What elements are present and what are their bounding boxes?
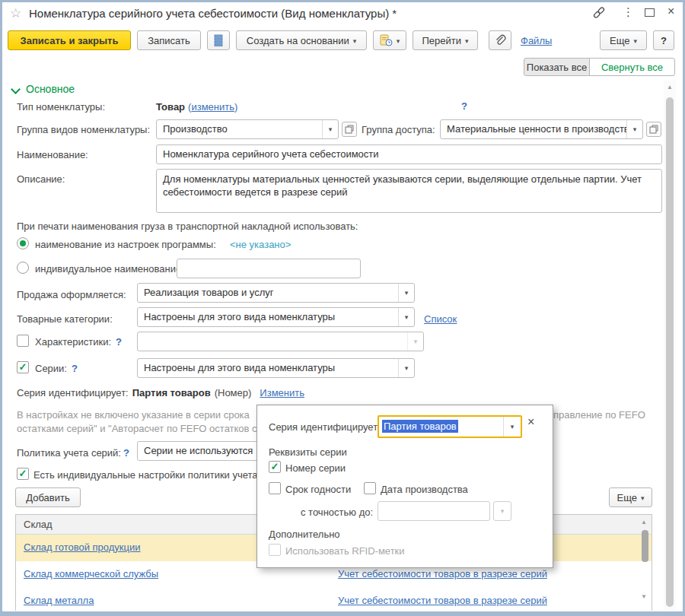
rfid-label: Использовать RFID-метки (285, 545, 405, 557)
radio-program-label[interactable]: наименование из настроек программы: (35, 239, 216, 250)
help-icon[interactable]: ? (461, 100, 467, 112)
type-value: Товар (156, 101, 185, 113)
policy-link[interactable]: Учет себестоимости товаров в разрезе сер… (338, 595, 547, 606)
policy-label: Политика учета серий: (17, 447, 121, 459)
help-button[interactable]: ? (653, 30, 674, 50)
serial-number-label[interactable]: Номер серии (285, 462, 346, 474)
maximize-icon[interactable] (645, 8, 655, 17)
program-name-value-link[interactable]: <не указано> (230, 239, 291, 250)
production-date-label[interactable]: Дата производства (381, 484, 468, 495)
chevron-down-icon[interactable]: ▾ (503, 417, 521, 437)
radio-individual-label[interactable]: индивидуальное наименование: (35, 263, 184, 275)
close-icon[interactable]: × (667, 5, 674, 18)
section-title[interactable]: Основное (26, 83, 75, 95)
access-group-open-button[interactable] (646, 122, 661, 137)
series-checkbox[interactable]: ✓ (17, 361, 29, 373)
sale-combo[interactable]: Реализация товаров и услуг▾ (137, 283, 415, 303)
show-all-button[interactable]: Показать все (524, 58, 590, 76)
favorite-star-icon[interactable]: ☆ (10, 5, 21, 21)
create-based-on-button[interactable]: Создать на основании▾ (236, 30, 367, 50)
add-button[interactable]: Добавить (15, 487, 81, 507)
warehouse-link[interactable]: Склад металла (24, 595, 94, 606)
popup-close-icon[interactable]: × (527, 415, 534, 429)
production-date-checkbox[interactable] (364, 482, 376, 494)
additional-section-title: Дополнительно (269, 529, 340, 540)
kebab-menu-icon[interactable]: ⋮ (623, 5, 634, 18)
help-icon[interactable]: ? (123, 447, 129, 459)
files-link[interactable]: Файлы (521, 35, 552, 46)
categories-combo[interactable]: Настроены для этого вида номенклатуры▾ (137, 307, 415, 327)
individual-name-input[interactable] (177, 259, 361, 278)
table-row[interactable]: Склад металла Учет себестоимости товаров… (16, 588, 652, 611)
shelf-life-label[interactable]: Срок годности (285, 484, 351, 495)
series-identifies-label: Серия идентифицирует: (17, 387, 129, 398)
series-combo[interactable]: Настроены для этого вида номенклатуры▾ (137, 358, 415, 378)
check-icon: ✓ (19, 468, 27, 478)
access-group-combo[interactable]: Материальные ценности в производстве▾ (440, 119, 643, 139)
characteristics-label[interactable]: Характеристики: (35, 336, 111, 348)
open-form-icon (345, 125, 354, 134)
rfid-checkbox-disabled (269, 544, 281, 556)
chevron-down-icon[interactable]: ▾ (626, 120, 642, 138)
more-button-table[interactable]: Еще▾ (609, 487, 652, 507)
structure-icon-button[interactable] (207, 30, 230, 50)
group-kinds-open-button[interactable] (342, 122, 357, 137)
individual-policy-label[interactable]: Есть индивидуальные настройки политики у… (33, 469, 258, 481)
warehouse-link[interactable]: Склад готовой продукции (24, 541, 141, 553)
selected-text: Партия товаров (382, 420, 458, 433)
type-change-link[interactable]: изменить (191, 101, 234, 113)
group-kinds-combo[interactable]: Производство▾ (156, 119, 339, 139)
chevron-down-icon[interactable]: ▾ (398, 284, 414, 302)
help-icon[interactable]: ? (116, 336, 122, 348)
fefo-warning-line1: В настройках не включено указание в сери… (17, 409, 250, 421)
chevron-down-icon[interactable]: ▾ (322, 120, 338, 138)
radio-program-name[interactable] (17, 237, 29, 249)
copy-link-icon[interactable] (591, 6, 607, 22)
popup-identifies-label: Серия идентифицирует: (269, 421, 381, 433)
radio-individual-name[interactable] (17, 262, 29, 274)
series-label[interactable]: Серии: (35, 363, 67, 374)
series-identifies-change-link[interactable]: Изменить (260, 387, 304, 398)
popup-identifies-combo[interactable]: Партия товаров ▾ (378, 415, 522, 438)
section-collapse-chevron-icon[interactable] (11, 84, 21, 94)
collapse-all-button[interactable]: Свернуть все (589, 58, 675, 76)
attachment-button[interactable] (489, 30, 511, 50)
table-scrollbar-thumb[interactable] (642, 530, 648, 562)
create-document-icon-button[interactable]: ▾ (373, 30, 406, 50)
chevron-down-icon: ▾ (641, 494, 645, 502)
table-scroll-down-icon[interactable]: ▼ (641, 593, 647, 600)
access-group-label: Группа доступа: (362, 124, 435, 135)
categories-list-link[interactable]: Список (424, 313, 457, 325)
policy-link[interactable]: Учет себестоимости товаров в разрезе сер… (338, 568, 547, 579)
name-label: Наименование: (17, 149, 88, 160)
group-kinds-label: Группа видов номенклатуры: (17, 124, 150, 135)
sale-label: Продажа оформляется: (17, 289, 126, 300)
name-input[interactable]: Номенклатура серийного учета себестоимос… (156, 144, 662, 164)
chevron-down-icon[interactable]: ▾ (398, 359, 414, 377)
series-identifies-row: Серия идентифицирует: Партия товаров (Но… (17, 387, 304, 398)
main-scrollbar[interactable]: ▲ (664, 81, 676, 613)
paperclip-icon (494, 34, 506, 46)
main-scrollbar-thumb[interactable] (666, 97, 674, 607)
fefo-warning-line1-right: правление по FEFO (553, 409, 645, 421)
save-and-close-button[interactable]: Записать и закрыть (8, 30, 131, 50)
check-icon: ✓ (271, 462, 279, 472)
go-to-button[interactable]: Перейти▾ (413, 30, 478, 50)
help-icon[interactable]: ? (72, 363, 78, 374)
description-textarea[interactable]: Для номенклатуры материальных ценностей … (156, 169, 662, 213)
precision-label: с точностью до: (301, 506, 373, 518)
chevron-down-icon: ▾ (465, 37, 469, 45)
characteristics-checkbox[interactable] (17, 335, 29, 347)
chevron-down-icon[interactable]: ▾ (398, 308, 414, 326)
save-button[interactable]: Записать (137, 30, 201, 50)
table-scroll-up-icon[interactable]: ▲ (641, 519, 647, 526)
open-form-icon (649, 125, 658, 134)
warehouse-column-header[interactable]: Склад (24, 519, 53, 530)
shelf-life-checkbox[interactable] (269, 482, 281, 494)
individual-policy-checkbox[interactable]: ✓ (17, 468, 29, 480)
serial-number-checkbox[interactable]: ✓ (269, 461, 281, 473)
chevron-down-icon: ▾ (501, 507, 505, 515)
warehouse-link[interactable]: Склад коммерческой службы (24, 568, 158, 579)
more-button-toolbar[interactable]: Еще▾ (600, 30, 647, 50)
scroll-up-icon[interactable]: ▲ (667, 84, 673, 90)
